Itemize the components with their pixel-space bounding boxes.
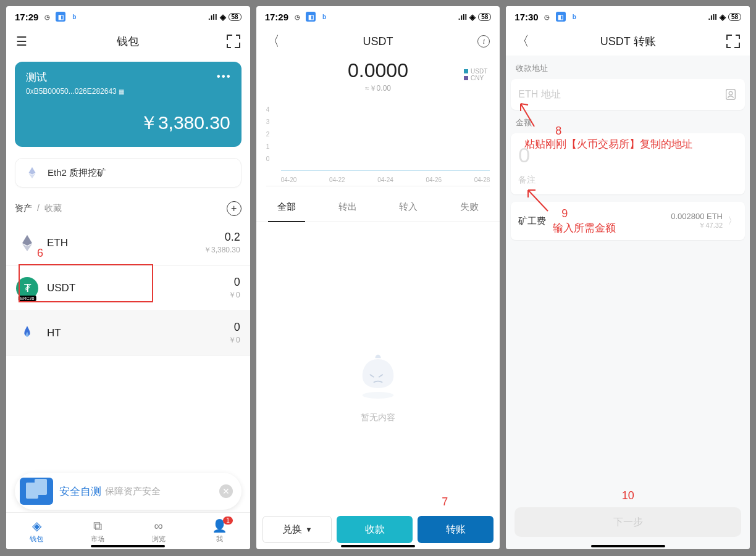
asset-tabs: 资产 / 收藏 + (15, 201, 242, 216)
status-icon-app: ◧ (56, 12, 65, 22)
back-icon[interactable]: 〈 (516, 32, 529, 51)
chart-legend: USDT CNY (464, 68, 487, 81)
battery-icon: 58 (229, 13, 242, 21)
legend-square-usdt (464, 69, 468, 73)
erc20-tag: ERC20 (19, 296, 36, 301)
tab-market[interactable]: ⧉市场 (67, 513, 128, 549)
status-icon-timer: ◷ (542, 12, 552, 22)
asset-row-usdt[interactable]: ₮ERC20 USDT 0 ￥0 (6, 266, 250, 311)
status-bar: 17:29 ◷ ◧ b .ıll ◈ 58 (6, 6, 250, 27)
wallet-icon: ◈ (32, 518, 41, 533)
tab-in[interactable]: 转入 (378, 193, 439, 222)
svg-point-0 (363, 392, 393, 399)
promo-close-icon[interactable]: ✕ (219, 484, 233, 498)
home-indicator (341, 545, 415, 547)
wallet-screen: 17:29 ◷ ◧ b .ıll ◈ 58 ☰ 钱包 测试 0xB5B00050… (6, 6, 250, 549)
eth-icon (16, 232, 38, 254)
wallet-more-icon[interactable]: ••• (217, 70, 232, 83)
exchange-button[interactable]: 兑换 ▼ (262, 516, 332, 543)
wallet-card[interactable]: 测试 0xB5B00050...026E282643 ▦ ••• ￥3,380.… (15, 62, 242, 147)
asset-list: ETH 0.2 ￥3,380.30 ₮ERC20 USDT 0 ￥0 HT (6, 221, 250, 356)
menu-icon[interactable]: ☰ (16, 34, 27, 49)
eth2-icon (25, 166, 39, 180)
address-input[interactable] (518, 89, 724, 100)
svg-point-2 (729, 91, 733, 95)
status-icon-b: b (319, 12, 329, 22)
status-icon-b: b (69, 12, 79, 22)
info-icon[interactable]: i (477, 35, 490, 48)
wallet-name: 测试 (26, 70, 230, 85)
battery-icon: 58 (728, 13, 741, 21)
eth2-label: Eth2 质押挖矿 (48, 167, 106, 179)
transfer-button[interactable]: 转账 (418, 516, 494, 543)
tab-out[interactable]: 转出 (317, 193, 378, 222)
asset-amount: 0 (229, 276, 240, 289)
scan-icon[interactable] (227, 35, 240, 48)
add-asset-button[interactable]: + (227, 201, 242, 216)
asset-value: ￥0 (229, 335, 240, 346)
balance-fiat: ≈￥0.00 (256, 83, 500, 94)
wifi-icon: ◈ (220, 12, 226, 22)
tab-all[interactable]: 全部 (256, 193, 317, 222)
qr-mini-icon[interactable]: ▦ (119, 88, 124, 95)
status-time: 17:29 (265, 12, 288, 22)
tab-wallet[interactable]: ◈钱包 (6, 513, 67, 549)
page-title: USDT (291, 35, 466, 48)
notification-badge: 1 (223, 517, 233, 525)
promo-title: 安全自测 (59, 484, 101, 499)
security-promo[interactable]: 安全自测 保障资产安全 ✕ (15, 473, 242, 510)
status-icon-app: ◧ (556, 12, 566, 22)
market-icon: ⧉ (93, 519, 102, 533)
tab-browse[interactable]: ∞浏览 (128, 513, 189, 549)
back-icon[interactable]: 〈 (266, 32, 280, 51)
action-buttons: 兑换 ▼ 收款 转账 (262, 516, 494, 543)
asset-symbol: HT (47, 327, 61, 339)
ht-icon (16, 322, 38, 344)
tab-bar: ◈钱包 ⧉市场 ∞浏览 👤我1 (6, 512, 250, 549)
tab-fail[interactable]: 失败 (439, 193, 500, 222)
gas-fee-row[interactable]: 矿工费 0.002800 ETH ￥47.32 〉 (511, 202, 745, 240)
address-card (511, 79, 745, 110)
scan-icon[interactable] (726, 35, 740, 48)
fee-label: 矿工费 (518, 215, 546, 227)
promo-icon (20, 478, 53, 505)
contact-icon[interactable] (724, 88, 737, 101)
remark-input[interactable]: 备注 (511, 171, 745, 194)
price-chart: 4 3 2 1 0 04-20 04-22 04-24 04-26 04-28 (266, 106, 490, 186)
asset-row-ht[interactable]: HT 0 ￥0 (6, 311, 250, 356)
wifi-icon: ◈ (469, 12, 476, 22)
fee-fiat: ￥47.32 (671, 221, 723, 230)
address-label: 收款地址 (506, 56, 750, 79)
usdt-icon: ₮ERC20 (16, 277, 38, 299)
status-icon-timer: ◷ (42, 12, 52, 22)
tab-favorites[interactable]: 收藏 (44, 203, 62, 213)
browse-icon: ∞ (154, 519, 163, 533)
status-icon-timer: ◷ (292, 12, 302, 22)
header: ☰ 钱包 (6, 27, 250, 56)
asset-value: ￥3,380.30 (204, 245, 240, 255)
amount-input[interactable]: 0 (511, 133, 745, 171)
battery-icon: 58 (478, 13, 491, 21)
page-title: 钱包 (41, 34, 216, 49)
status-icon-b: b (569, 12, 579, 22)
header: 〈 USDT i (256, 27, 500, 56)
status-bar: 17:30 ◷ ◧ b .ıll ◈ 58 (506, 6, 750, 27)
svg-rect-1 (726, 89, 736, 100)
header: 〈 USDT 转账 (506, 27, 750, 56)
eth2-staking-row[interactable]: Eth2 质押挖矿 (15, 158, 242, 188)
status-time: 17:30 (514, 12, 538, 22)
tab-me[interactable]: 👤我1 (189, 513, 250, 549)
empty-text: 暂无内容 (361, 412, 395, 423)
home-indicator (91, 545, 165, 547)
next-button[interactable]: 下一步 (514, 507, 741, 537)
asset-symbol: ETH (47, 237, 68, 249)
asset-row-eth[interactable]: ETH 0.2 ￥3,380.30 (6, 221, 250, 266)
promo-subtitle: 保障资产安全 (105, 486, 161, 497)
chart-line (281, 170, 490, 171)
chevron-down-icon: ▼ (306, 526, 313, 533)
legend-square-cny (464, 76, 468, 80)
status-icon-app: ◧ (306, 12, 316, 22)
receive-button[interactable]: 收款 (337, 516, 413, 543)
tab-assets[interactable]: 资产 (15, 203, 32, 213)
signal-icon: .ıll (458, 12, 467, 22)
